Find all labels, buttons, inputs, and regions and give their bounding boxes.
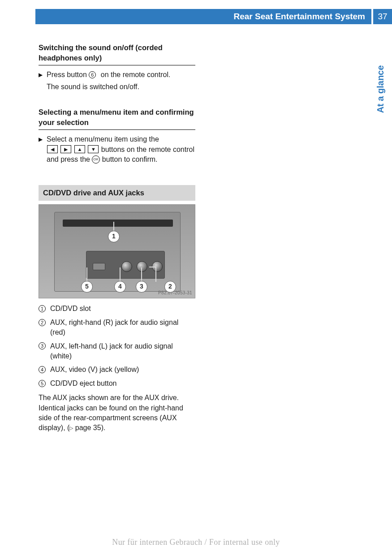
section2-step: ▶ Select a menu/menu item using the ◀ ▶ … [39, 134, 195, 166]
legend-num-2-icon: 2 [39, 319, 46, 326]
step-body: Press button 6 on the remote control. Th… [47, 70, 195, 94]
legend-num-4-icon: 4 [39, 366, 46, 373]
legend-row: 4 AUX, video (V) jack (yellow) [39, 365, 195, 375]
legend-num-3-icon: 3 [39, 342, 46, 349]
legend-num-5-icon: 5 [39, 380, 46, 387]
text: button to confirm. [102, 155, 158, 163]
leader-line [120, 267, 121, 282]
leader-line [141, 267, 142, 282]
step-marker-icon: ▶ [39, 70, 47, 94]
leader-line [86, 267, 87, 282]
legend-row: 3 AUX, left-hand (L) jack for audio sign… [39, 341, 195, 362]
page-number: 37 [371, 9, 392, 24]
right-arrow-key-icon: ▶ [60, 145, 71, 153]
legend-row: 1 CD/DVD slot [39, 304, 195, 314]
legend-row: 2 AUX, right-hand (R) jack for audio sig… [39, 318, 195, 338]
text: on the remote control. [101, 71, 171, 78]
text: Press button [47, 71, 89, 78]
leader-line [149, 267, 156, 267]
down-arrow-key-icon: ▼ [88, 145, 99, 153]
up-arrow-key-icon: ▲ [74, 145, 85, 153]
section1-heading: Switching the sound on/off (corded headp… [39, 43, 195, 65]
side-tab-label: At a glance [375, 65, 387, 113]
figure-legend: 1 CD/DVD slot 2 AUX, right-hand (R) jack… [39, 304, 195, 388]
jack-panel-graphic [86, 251, 165, 279]
aux-jack-graphic [137, 261, 147, 272]
footer-watermark: Nur für internen Gebrauch / For internal… [0, 537, 392, 548]
legend-text: CD/DVD slot [50, 304, 195, 314]
left-arrow-key-icon: ◀ [47, 145, 58, 153]
legend-text: CD/DVD eject button [50, 379, 195, 388]
legend-text: AUX, video (V) jack (yellow) [50, 365, 195, 375]
section1-step: ▶ Press button 6 on the remote control. … [39, 70, 195, 94]
legend-text: AUX, right-hand (R) jack for audio signa… [50, 318, 195, 338]
text: page 35). [73, 424, 105, 431]
cd-dvd-slot-graphic [63, 220, 173, 227]
step-body: Select a menu/menu item using the ◀ ▶ ▲ … [47, 134, 195, 166]
figure-cd-dvd-aux: 1 2 3 4 5 P82.87-2053-31 [39, 204, 195, 298]
button-ref-6-icon: 6 [89, 71, 96, 78]
grey-section-heading: CD/DVD drive and AUX jacks [39, 185, 195, 201]
text: The sound is switched on/off. [47, 82, 195, 92]
text: The AUX jacks shown are for the AUX driv… [39, 394, 183, 431]
figure-code: P82.87-2053-31 [158, 290, 192, 296]
drive-unit-graphic [54, 212, 181, 292]
text: Select a menu/menu item using the [47, 135, 159, 143]
leader-line [155, 267, 156, 282]
legend-text: AUX, left-hand (L) jack for audio signal… [50, 341, 195, 362]
legend-num-1-icon: 1 [39, 305, 46, 312]
aux-paragraph: The AUX jacks shown are for the AUX driv… [39, 393, 195, 433]
leader-line [113, 222, 114, 232]
header-title: Rear Seat Entertainment System [35, 9, 371, 24]
legend-row: 5 CD/DVD eject button [39, 379, 195, 388]
aux-jack-graphic [121, 261, 132, 272]
main-content: Switching the sound on/off (corded headp… [39, 43, 195, 433]
section2-heading: Selecting a menu/menu item and confirmin… [39, 107, 195, 130]
page-header: Rear Seat Entertainment System 37 [35, 9, 392, 24]
ok-button-icon: OK [92, 155, 100, 164]
side-tab: At a glance [377, 40, 392, 130]
eject-button-graphic [93, 263, 105, 270]
step-marker-icon: ▶ [39, 134, 47, 166]
